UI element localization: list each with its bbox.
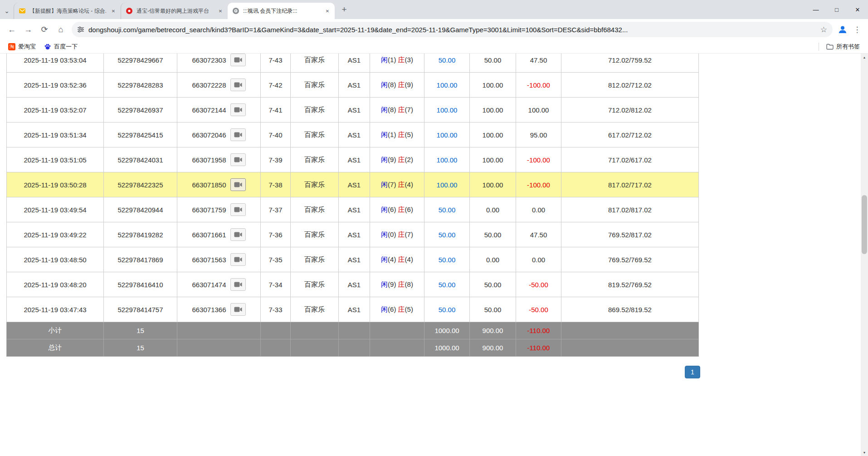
valid-amount: 50.00 xyxy=(470,222,516,247)
bet-amount-link[interactable]: 100.00 xyxy=(424,98,470,123)
tab-close-icon[interactable]: ✕ xyxy=(324,7,331,15)
scroll-up-icon[interactable]: ▲ xyxy=(861,54,868,61)
valid-amount: 50.00 xyxy=(470,54,516,73)
replay-video-button[interactable] xyxy=(230,253,246,266)
balance: 769.52/769.52 xyxy=(561,247,699,272)
table-number: 7-42 xyxy=(261,73,291,98)
bookmark-taobao[interactable]: 淘 爱淘宝 xyxy=(5,42,39,52)
new-tab-button[interactable]: + xyxy=(337,3,351,16)
minimize-button[interactable]: — xyxy=(805,0,826,19)
balance: 817.02/717.02 xyxy=(561,172,699,197)
bet-amount-link[interactable]: 100.00 xyxy=(424,147,470,172)
bet-time: 2025-11-19 03:52:07 xyxy=(7,98,104,123)
scrollbar-thumb[interactable] xyxy=(862,195,867,254)
bet-time: 2025-11-19 03:49:22 xyxy=(7,222,104,247)
bet-id: 522978416410 xyxy=(104,272,177,297)
win-loss: 47.50 xyxy=(516,222,561,247)
bet-id: 522978422325 xyxy=(104,172,177,197)
url-text[interactable]: dongshouji.com/game/betrecord_search/kin… xyxy=(88,26,816,34)
game-result: 闲(8) 庄(9) xyxy=(370,73,424,98)
win-loss: 0.00 xyxy=(516,197,561,222)
refresh-button[interactable]: ⟳ xyxy=(36,21,53,38)
game-name: 百家乐 xyxy=(291,247,339,272)
vertical-scrollbar[interactable]: ▲ ▼ xyxy=(861,54,868,456)
tab-search-chevron-icon[interactable]: ⌄ xyxy=(0,3,14,19)
record-row: 2025-11-19 03:50:28522978422325663071850… xyxy=(7,172,699,197)
scroll-down-icon[interactable]: ▼ xyxy=(861,449,868,456)
replay-video-button[interactable] xyxy=(230,203,246,216)
bet-amount-link[interactable]: 100.00 xyxy=(424,123,470,147)
replay-video-button[interactable] xyxy=(230,103,246,116)
replay-video-button[interactable] xyxy=(230,228,246,241)
replay-video-button[interactable] xyxy=(230,278,246,291)
balance: 617.02/712.02 xyxy=(561,123,699,147)
bookmark-star-icon[interactable]: ☆ xyxy=(820,25,827,34)
summary-empty xyxy=(561,322,699,339)
table-number: 7-36 xyxy=(261,222,291,247)
bet-amount-link[interactable]: 50.00 xyxy=(424,247,470,272)
replay-video-button[interactable] xyxy=(230,54,246,66)
game-result: 闲(6) 庄(5) xyxy=(370,297,424,322)
table-number: 7-43 xyxy=(261,54,291,73)
bookmarks-divider xyxy=(819,43,819,51)
banker-label: 庄 xyxy=(398,206,405,213)
replay-video-button[interactable] xyxy=(230,78,246,91)
banker-label: 庄 xyxy=(398,81,405,88)
room-code: AS1 xyxy=(339,54,370,73)
tab-tongbao[interactable]: 通宝-信誉最好的网上游戏平台 ✕ xyxy=(121,3,228,19)
browser-menu-icon[interactable]: ⋮ xyxy=(850,25,864,34)
replay-video-button[interactable] xyxy=(230,128,246,141)
pagination-page-1-button[interactable]: 1 xyxy=(685,366,700,378)
bookmark-baidu[interactable]: 百度一下 xyxy=(40,42,81,52)
camera-icon xyxy=(234,281,242,288)
bet-amount-link[interactable]: 50.00 xyxy=(424,222,470,247)
room-code: AS1 xyxy=(339,172,370,197)
bet-time: 2025-11-19 03:47:43 xyxy=(7,297,104,322)
tab-bet-records[interactable]: :::视讯 会员下注纪录::: ✕ xyxy=(228,3,335,19)
win-loss: -50.00 xyxy=(516,272,561,297)
replay-video-button[interactable] xyxy=(230,178,246,191)
summary-winloss-total: -110.00 xyxy=(516,322,561,339)
bet-amount-link[interactable]: 100.00 xyxy=(424,73,470,98)
table-number: 7-37 xyxy=(261,197,291,222)
tab-close-icon[interactable]: ✕ xyxy=(217,7,224,15)
all-bookmarks-button[interactable]: 所有书签 xyxy=(823,42,863,52)
address-bar[interactable]: dongshouji.com/game/betrecord_search/kin… xyxy=(72,22,833,37)
summary-empty xyxy=(261,339,291,357)
valid-amount: 0.00 xyxy=(470,197,516,222)
back-button[interactable]: ← xyxy=(4,21,20,38)
banker-label: 庄 xyxy=(398,255,405,263)
record-row: 2025-11-19 03:52:07522978426937663072144… xyxy=(7,98,699,123)
player-label: 闲 xyxy=(381,56,388,64)
room-code: AS1 xyxy=(339,73,370,98)
replay-video-button[interactable] xyxy=(230,153,246,166)
maximize-button[interactable]: □ xyxy=(826,0,847,19)
folder-icon xyxy=(826,44,834,50)
bet-amount-link[interactable]: 50.00 xyxy=(424,297,470,322)
balance: 869.52/819.52 xyxy=(561,297,699,322)
round-id: 663071474 xyxy=(192,281,226,289)
bet-amount-link[interactable]: 50.00 xyxy=(424,272,470,297)
summary-count: 15 xyxy=(104,322,177,339)
win-loss: -100.00 xyxy=(516,172,561,197)
replay-video-button[interactable] xyxy=(230,303,246,316)
summary-winloss-total: -110.00 xyxy=(516,339,561,357)
table-number: 7-40 xyxy=(261,123,291,147)
profile-avatar-icon[interactable] xyxy=(835,22,850,37)
bet-time: 2025-11-19 03:48:50 xyxy=(7,247,104,272)
bet-amount-link[interactable]: 50.00 xyxy=(424,197,470,222)
record-row: 2025-11-19 03:51:05522978424031663071958… xyxy=(7,147,699,172)
window-controls: — □ ✕ xyxy=(805,0,868,19)
win-loss: 95.00 xyxy=(516,123,561,147)
home-button[interactable]: ⌂ xyxy=(53,21,69,38)
forward-button[interactable]: → xyxy=(20,21,36,38)
site-settings-icon[interactable] xyxy=(77,26,84,33)
summary-empty xyxy=(339,322,370,339)
tab-close-icon[interactable]: ✕ xyxy=(110,7,117,15)
summary-empty xyxy=(177,339,261,357)
bet-amount-link[interactable]: 50.00 xyxy=(424,54,470,73)
tab-forum[interactable]: 【新提醒】海燕策略论坛 - 综合... ✕ xyxy=(14,3,121,19)
close-window-button[interactable]: ✕ xyxy=(847,0,868,19)
bet-amount-link[interactable]: 100.00 xyxy=(424,172,470,197)
camera-icon xyxy=(234,107,242,113)
